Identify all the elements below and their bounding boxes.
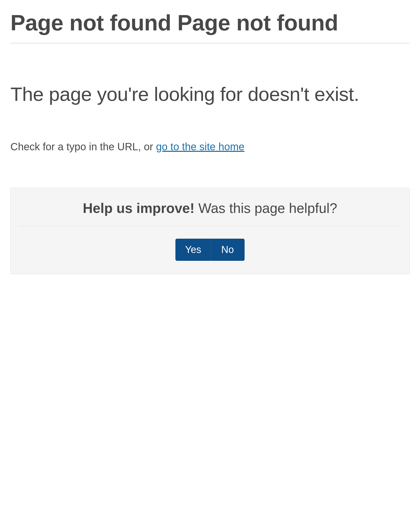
page-title: Page not found Page not found — [10, 10, 410, 43]
hint-text: Check for a typo in the URL, or go to th… — [10, 141, 410, 153]
error-subtitle: The page you're looking for doesn't exis… — [10, 82, 410, 106]
feedback-box: Help us improve! Was this page helpful? … — [10, 188, 410, 274]
feedback-yes-button[interactable]: Yes — [175, 239, 211, 261]
feedback-no-button[interactable]: No — [211, 239, 245, 261]
site-home-link[interactable]: go to the site home — [156, 141, 244, 152]
feedback-heading: Help us improve! Was this page helpful? — [18, 198, 402, 226]
feedback-heading-bold: Help us improve! — [83, 200, 195, 216]
hint-prefix: Check for a typo in the URL, or — [10, 141, 156, 152]
feedback-button-group: Yes No — [18, 239, 402, 261]
feedback-heading-rest: Was this page helpful? — [195, 200, 337, 216]
